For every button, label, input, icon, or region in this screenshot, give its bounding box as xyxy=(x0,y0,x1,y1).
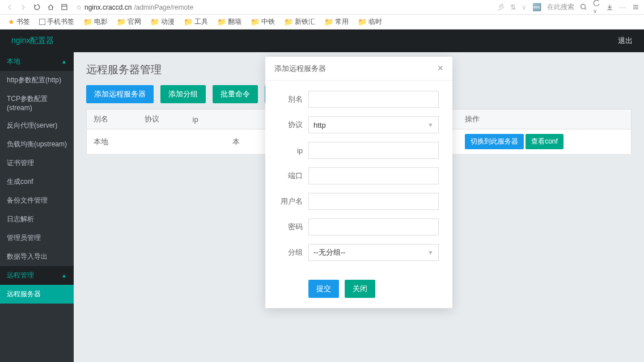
svg-line-3 xyxy=(584,9,586,10)
sidebar-item-cert[interactable]: 证书管理 xyxy=(0,154,74,172)
sidebar-group-remote[interactable]: 远程管理 ▲ xyxy=(0,266,74,285)
ip-input[interactable] xyxy=(308,142,439,159)
close-icon[interactable]: × xyxy=(437,62,443,74)
bookmark-label: 工具 xyxy=(194,17,208,27)
tabs-button[interactable] xyxy=(59,2,69,12)
folder-icon: 📁 xyxy=(358,18,367,26)
url-path: /adminPage/remote xyxy=(134,3,193,11)
reader-icon[interactable]: 彡 xyxy=(498,2,505,12)
label-port: 端口 xyxy=(276,171,308,181)
modal-header: 添加远程服务器 × xyxy=(265,57,452,81)
sync-icon[interactable]: ⇅ xyxy=(510,3,516,11)
sidebar-item-log[interactable]: 日志解析 xyxy=(0,210,74,229)
submit-button[interactable]: 提交 xyxy=(308,280,339,298)
label-protocol: 协议 xyxy=(276,120,308,130)
group-select[interactable]: --无分组-- ▼ xyxy=(308,244,439,261)
bookmark-label: 书签 xyxy=(16,17,30,27)
sidebar-item-http[interactable]: http参数配置(http) xyxy=(0,71,74,90)
svg-rect-0 xyxy=(62,5,67,10)
table-header-action: 操作 xyxy=(458,110,632,129)
bookmark-folder[interactable]: 📁电影 xyxy=(80,16,111,28)
forward-button[interactable] xyxy=(18,2,28,12)
sidebar-item-import[interactable]: 数据导入导出 xyxy=(0,247,74,266)
bookmark-folder[interactable]: 📁常用 xyxy=(321,16,352,28)
back-button[interactable] xyxy=(5,2,15,12)
sidebar-group-local[interactable]: 本地 ▲ xyxy=(0,52,74,71)
translate-icon[interactable]: 🔤 xyxy=(532,3,541,11)
alias-input[interactable] xyxy=(308,91,439,108)
bookmark-label: 常用 xyxy=(335,17,349,27)
folder-icon: 📁 xyxy=(117,18,126,26)
home-button[interactable] xyxy=(45,2,56,12)
label-alias: 别名 xyxy=(276,94,308,104)
port-input[interactable] xyxy=(308,167,439,184)
bookmark-bar: ★ 书签 手机书签 📁电影 📁官网 📁动漫 📁工具 📁翻墙 📁中铁 📁新铁汇 📁… xyxy=(0,15,644,30)
switch-server-button[interactable]: 切换到此服务器 xyxy=(465,134,524,149)
folder-icon: 📁 xyxy=(251,18,260,26)
sidebar-item-backup[interactable]: 备份文件管理 xyxy=(0,191,74,210)
bookmark-label: 电影 xyxy=(94,17,108,27)
bookmark-folder[interactable]: 📁临时 xyxy=(354,16,385,28)
main-content: 远程服务器管理 添加远程服务器 添加分组 批量命令 别名 协议 ip 操作 本地 xyxy=(74,52,644,362)
label-username: 用户名 xyxy=(276,196,308,207)
username-input[interactable] xyxy=(308,193,439,210)
address-bar[interactable]: ☆ nginx.craccd.cn/adminPage/remote xyxy=(76,3,193,11)
sidebar-item-stream[interactable]: TCP参数配置(stream) xyxy=(0,90,74,116)
menu-icon[interactable] xyxy=(632,3,639,11)
modal-title: 添加远程服务器 xyxy=(274,64,326,74)
undo-icon[interactable]: ∨ xyxy=(593,0,600,15)
folder-icon: 📁 xyxy=(284,18,293,26)
star-icon: ★ xyxy=(8,18,15,26)
folder-icon: 📁 xyxy=(184,18,193,26)
label-password: 密码 xyxy=(276,222,308,232)
app-logo: nginx配置器 xyxy=(11,36,54,46)
bookmark-folder[interactable]: 📁中铁 xyxy=(247,16,278,28)
label-group: 分组 xyxy=(276,247,308,258)
add-server-modal: 添加远程服务器 × 别名 协议 http ▼ ip xyxy=(265,57,452,308)
sidebar-item-remote-server[interactable]: 远程服务器 xyxy=(0,285,74,304)
reload-button[interactable] xyxy=(32,2,42,12)
sidebar-item-admin[interactable]: 管理员管理 xyxy=(0,229,74,247)
bookmark-folder[interactable]: 📁翻墙 xyxy=(214,16,245,28)
sidebar-item-genconf[interactable]: 生成conf xyxy=(0,172,74,191)
search-placeholder[interactable]: 在此搜索 xyxy=(547,2,574,12)
more-icon[interactable]: ··· xyxy=(619,3,626,11)
view-conf-button[interactable]: 查看conf xyxy=(526,134,564,149)
modal-footer: 提交 关闭 xyxy=(265,280,452,308)
close-button[interactable]: 关闭 xyxy=(345,280,375,298)
select-value: http xyxy=(313,121,326,129)
cell-action: 切换到此服务器 查看conf xyxy=(458,129,632,154)
select-value: --无分组-- xyxy=(313,247,345,258)
bookmark-root[interactable]: ★ 书签 xyxy=(5,16,33,28)
bookmark-mobile[interactable]: 手机书签 xyxy=(36,16,78,28)
add-group-button[interactable]: 添加分组 xyxy=(160,85,206,103)
sidebar-item-upstream[interactable]: 负载均衡(upstream) xyxy=(0,135,74,154)
batch-cmd-button[interactable]: 批量命令 xyxy=(213,85,258,103)
bookmark-folder[interactable]: 📁官网 xyxy=(113,16,145,28)
label-ip: ip xyxy=(276,146,308,155)
url-domain: nginx.craccd.cn xyxy=(84,3,132,11)
page-icon xyxy=(39,19,45,25)
chevron-down-icon: ▼ xyxy=(427,121,434,128)
bookmark-folder[interactable]: 📁动漫 xyxy=(147,16,178,28)
folder-icon: 📁 xyxy=(150,18,159,26)
table-header-alias: 别名 xyxy=(87,110,138,129)
bookmark-folder[interactable]: 📁工具 xyxy=(180,16,211,28)
bookmark-label: 动漫 xyxy=(161,17,175,27)
svg-point-2 xyxy=(581,5,585,9)
bookmark-label: 中铁 xyxy=(261,17,275,27)
bookmark-label: 临时 xyxy=(368,17,382,27)
bookmark-folder[interactable]: 📁新铁汇 xyxy=(281,16,319,28)
password-input[interactable] xyxy=(308,218,439,235)
add-server-button[interactable]: 添加远程服务器 xyxy=(86,85,154,103)
sidebar-item-server[interactable]: 反向代理(server) xyxy=(0,116,74,135)
bookmark-label: 新铁汇 xyxy=(295,17,315,27)
bookmark-label: 手机书签 xyxy=(47,17,74,27)
folder-icon: 📁 xyxy=(83,18,92,26)
search-icon[interactable] xyxy=(580,3,587,11)
favorite-icon[interactable]: ☆ xyxy=(76,3,82,11)
chevron-up-icon: ▲ xyxy=(61,58,67,65)
download-icon[interactable] xyxy=(606,3,613,11)
protocol-select[interactable]: http ▼ xyxy=(308,116,439,133)
logout-link[interactable]: 退出 xyxy=(618,36,633,46)
